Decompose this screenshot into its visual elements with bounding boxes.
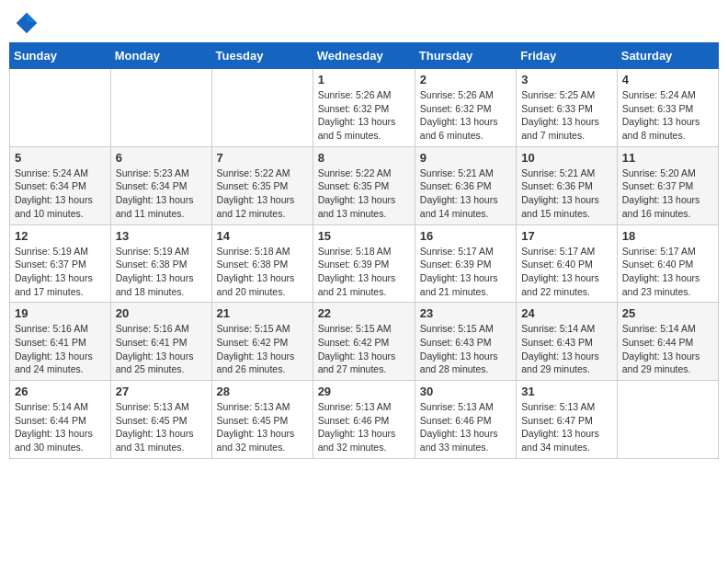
day-info: Sunrise: 5:13 AM Sunset: 6:45 PM Dayligh… [217, 400, 308, 454]
day-info: Sunrise: 5:17 AM Sunset: 6:40 PM Dayligh… [521, 245, 612, 299]
day-number: 9 [420, 151, 511, 165]
day-number: 19 [15, 306, 106, 320]
calendar: SundayMondayTuesdayWednesdayThursdayFrid… [9, 42, 719, 459]
day-number: 18 [622, 229, 713, 243]
calendar-cell: 7Sunrise: 5:22 AM Sunset: 6:35 PM Daylig… [211, 146, 313, 224]
day-info: Sunrise: 5:18 AM Sunset: 6:38 PM Dayligh… [217, 245, 308, 299]
calendar-cell [617, 381, 718, 459]
day-number: 27 [116, 385, 207, 398]
day-number: 28 [217, 385, 308, 398]
calendar-cell: 25Sunrise: 5:14 AM Sunset: 6:44 PM Dayli… [617, 303, 718, 381]
svg-marker-1 [27, 13, 37, 23]
day-info: Sunrise: 5:13 AM Sunset: 6:46 PM Dayligh… [420, 400, 511, 454]
logo [13, 9, 44, 37]
day-number: 25 [622, 306, 713, 320]
day-info: Sunrise: 5:15 AM Sunset: 6:42 PM Dayligh… [318, 322, 410, 376]
calendar-week-row: 12Sunrise: 5:19 AM Sunset: 6:37 PM Dayli… [10, 224, 719, 303]
day-info: Sunrise: 5:15 AM Sunset: 6:43 PM Dayligh… [420, 322, 511, 376]
day-number: 2 [420, 73, 511, 86]
day-info: Sunrise: 5:25 AM Sunset: 6:33 PM Dayligh… [521, 88, 612, 143]
day-info: Sunrise: 5:13 AM Sunset: 6:46 PM Dayligh… [318, 400, 410, 454]
day-number: 4 [622, 73, 713, 86]
day-number: 8 [318, 151, 410, 165]
day-info: Sunrise: 5:17 AM Sunset: 6:39 PM Dayligh… [420, 245, 511, 299]
calendar-cell: 4Sunrise: 5:24 AM Sunset: 6:33 PM Daylig… [617, 69, 718, 147]
day-header-saturday: Saturday [617, 43, 718, 69]
day-header-sunday: Sunday [10, 43, 111, 69]
calendar-cell: 1Sunrise: 5:26 AM Sunset: 6:32 PM Daylig… [313, 69, 415, 147]
day-number: 23 [420, 306, 511, 320]
calendar-cell: 2Sunrise: 5:26 AM Sunset: 6:32 PM Daylig… [415, 69, 516, 147]
calendar-week-row: 19Sunrise: 5:16 AM Sunset: 6:41 PM Dayli… [10, 303, 719, 381]
calendar-cell: 12Sunrise: 5:19 AM Sunset: 6:37 PM Dayli… [10, 224, 111, 303]
calendar-cell: 29Sunrise: 5:13 AM Sunset: 6:46 PM Dayli… [313, 381, 415, 459]
day-info: Sunrise: 5:17 AM Sunset: 6:40 PM Dayligh… [622, 245, 713, 299]
calendar-cell: 11Sunrise: 5:20 AM Sunset: 6:37 PM Dayli… [617, 146, 718, 224]
calendar-cell: 16Sunrise: 5:17 AM Sunset: 6:39 PM Dayli… [415, 224, 516, 303]
calendar-cell: 5Sunrise: 5:24 AM Sunset: 6:34 PM Daylig… [10, 146, 111, 224]
day-number: 16 [420, 229, 511, 243]
calendar-cell: 14Sunrise: 5:18 AM Sunset: 6:38 PM Dayli… [211, 224, 313, 303]
day-number: 15 [318, 229, 410, 243]
day-number: 24 [521, 306, 612, 320]
calendar-cell: 20Sunrise: 5:16 AM Sunset: 6:41 PM Dayli… [110, 303, 211, 381]
calendar-cell: 24Sunrise: 5:14 AM Sunset: 6:43 PM Dayli… [517, 303, 618, 381]
day-info: Sunrise: 5:14 AM Sunset: 6:44 PM Dayligh… [15, 400, 106, 454]
day-number: 30 [420, 385, 511, 398]
day-header-friday: Friday [517, 43, 618, 69]
day-number: 3 [521, 73, 612, 86]
calendar-week-row: 26Sunrise: 5:14 AM Sunset: 6:44 PM Dayli… [10, 381, 719, 459]
calendar-cell [211, 69, 313, 147]
calendar-cell: 10Sunrise: 5:21 AM Sunset: 6:36 PM Dayli… [517, 146, 618, 224]
calendar-cell: 26Sunrise: 5:14 AM Sunset: 6:44 PM Dayli… [10, 381, 111, 459]
day-info: Sunrise: 5:26 AM Sunset: 6:32 PM Dayligh… [318, 88, 410, 143]
day-info: Sunrise: 5:13 AM Sunset: 6:45 PM Dayligh… [116, 400, 207, 454]
day-number: 1 [318, 73, 410, 86]
day-info: Sunrise: 5:21 AM Sunset: 6:36 PM Dayligh… [521, 167, 612, 221]
day-number: 6 [116, 151, 207, 165]
calendar-cell: 22Sunrise: 5:15 AM Sunset: 6:42 PM Dayli… [313, 303, 415, 381]
calendar-cell: 8Sunrise: 5:22 AM Sunset: 6:35 PM Daylig… [313, 146, 415, 224]
calendar-cell: 27Sunrise: 5:13 AM Sunset: 6:45 PM Dayli… [110, 381, 211, 459]
day-header-tuesday: Tuesday [211, 43, 313, 69]
day-info: Sunrise: 5:16 AM Sunset: 6:41 PM Dayligh… [15, 322, 106, 376]
calendar-cell: 21Sunrise: 5:15 AM Sunset: 6:42 PM Dayli… [211, 303, 313, 381]
day-info: Sunrise: 5:20 AM Sunset: 6:37 PM Dayligh… [622, 167, 713, 221]
calendar-cell: 28Sunrise: 5:13 AM Sunset: 6:45 PM Dayli… [211, 381, 313, 459]
calendar-cell: 23Sunrise: 5:15 AM Sunset: 6:43 PM Dayli… [415, 303, 516, 381]
calendar-cell: 6Sunrise: 5:23 AM Sunset: 6:34 PM Daylig… [110, 146, 211, 224]
day-number: 10 [521, 151, 612, 165]
day-info: Sunrise: 5:21 AM Sunset: 6:36 PM Dayligh… [420, 167, 511, 221]
day-header-monday: Monday [110, 43, 211, 69]
day-number: 31 [521, 385, 612, 398]
day-info: Sunrise: 5:13 AM Sunset: 6:47 PM Dayligh… [521, 400, 612, 454]
day-info: Sunrise: 5:26 AM Sunset: 6:32 PM Dayligh… [420, 88, 511, 143]
day-info: Sunrise: 5:24 AM Sunset: 6:34 PM Dayligh… [15, 167, 106, 221]
day-info: Sunrise: 5:22 AM Sunset: 6:35 PM Dayligh… [217, 167, 308, 221]
day-info: Sunrise: 5:14 AM Sunset: 6:44 PM Dayligh… [622, 322, 713, 376]
day-number: 11 [622, 151, 713, 165]
day-number: 29 [318, 385, 410, 398]
day-number: 20 [116, 306, 207, 320]
day-number: 26 [15, 385, 106, 398]
day-info: Sunrise: 5:15 AM Sunset: 6:42 PM Dayligh… [217, 322, 308, 376]
day-info: Sunrise: 5:19 AM Sunset: 6:38 PM Dayligh… [116, 245, 207, 299]
day-number: 12 [15, 229, 106, 243]
day-number: 13 [116, 229, 207, 243]
day-number: 17 [521, 229, 612, 243]
calendar-cell: 17Sunrise: 5:17 AM Sunset: 6:40 PM Dayli… [517, 224, 618, 303]
day-number: 7 [217, 151, 308, 165]
day-info: Sunrise: 5:24 AM Sunset: 6:33 PM Dayligh… [622, 88, 713, 143]
day-info: Sunrise: 5:19 AM Sunset: 6:37 PM Dayligh… [15, 245, 106, 299]
day-number: 14 [217, 229, 308, 243]
day-number: 22 [318, 306, 410, 320]
day-info: Sunrise: 5:14 AM Sunset: 6:43 PM Dayligh… [521, 322, 612, 376]
day-info: Sunrise: 5:23 AM Sunset: 6:34 PM Dayligh… [116, 167, 207, 221]
day-number: 21 [217, 306, 308, 320]
calendar-cell: 31Sunrise: 5:13 AM Sunset: 6:47 PM Dayli… [517, 381, 618, 459]
logo-icon [13, 9, 40, 37]
header [9, 9, 719, 37]
calendar-cell: 15Sunrise: 5:18 AM Sunset: 6:39 PM Dayli… [313, 224, 415, 303]
day-header-wednesday: Wednesday [313, 43, 415, 69]
calendar-cell: 30Sunrise: 5:13 AM Sunset: 6:46 PM Dayli… [415, 381, 516, 459]
